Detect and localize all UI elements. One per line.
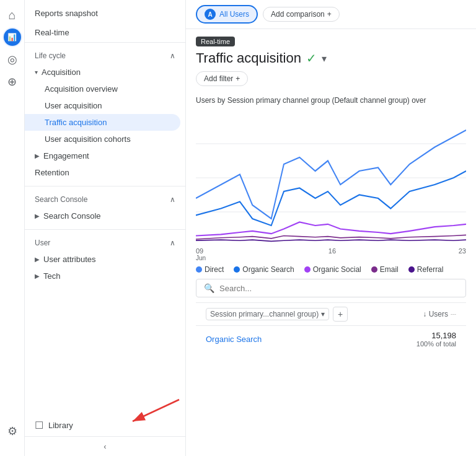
all-users-chip[interactable]: A All Users (196, 5, 258, 24)
add-comparison-button[interactable]: Add comparison + (263, 7, 340, 22)
tech-label: Tech (43, 271, 60, 281)
user-attributes-parent[interactable]: ▶ User attributes (25, 251, 185, 268)
add-column-button[interactable]: + (333, 307, 348, 322)
legend-label-referral: Referral (417, 265, 444, 274)
legend-direct[interactable]: Direct (196, 265, 224, 274)
chart-subtitle: Users by Session primary channel group (… (196, 96, 466, 105)
legend-dot-organic-social (304, 266, 311, 273)
settings-bottom-icon[interactable]: ⚙ (2, 421, 22, 449)
legend-dot-direct (196, 266, 202, 273)
add-filter-label: Add filter (204, 74, 233, 83)
reports-snapshot-item[interactable]: Reports snapshot (25, 0, 185, 23)
analytics-circle: 📊 (4, 28, 21, 46)
lifecycle-chevron: ∧ (170, 51, 175, 60)
page-header: Real-time Traffic acquisition ✓ ▾ Add fi… (186, 29, 476, 91)
real-time-item[interactable]: Real-time (25, 23, 185, 42)
add-comparison-icon: + (327, 10, 332, 19)
library-icon: ☐ (35, 419, 43, 431)
lifecycle-section: Life cycle ∧ ▾ Acquisition Acquisition o… (25, 42, 185, 186)
column-label: Session primary...channel group) (210, 310, 319, 318)
lifecycle-header[interactable]: Life cycle ∧ (25, 48, 185, 64)
user-section: User ∧ ▶ User attributes ▶ Tech (25, 229, 185, 289)
legend-organic-social[interactable]: Organic Social (304, 265, 361, 274)
tech-chevron: ▶ (35, 273, 40, 279)
sort-indicator: --- (451, 311, 456, 317)
top-bar: A All Users Add comparison + (186, 0, 476, 29)
column-dropdown[interactable]: Session primary...channel group) ▾ (206, 308, 329, 320)
users-percent: 100% of total (416, 340, 456, 348)
svg-line-1 (133, 400, 179, 421)
add-filter-icon: + (236, 74, 240, 83)
engagement-label: Engagement (43, 151, 89, 160)
legend-dot-email (371, 266, 377, 273)
acquisition-parent[interactable]: ▾ Acquisition (25, 64, 185, 81)
traffic-acquisition-item[interactable]: Traffic acquisition (25, 114, 180, 131)
table-row: Organic Search 15,198 100% of total (196, 325, 466, 353)
search-console-header[interactable]: Search Console ∧ (25, 191, 185, 208)
legend-label-organic-social: Organic Social (313, 265, 361, 274)
page-title: Traffic acquisition (196, 50, 301, 66)
connect-nav-icon[interactable]: ⊕ (2, 72, 22, 92)
table-header: Session primary...channel group) ▾ + ↓ U… (196, 302, 466, 325)
search-console-item-label: Search Console (43, 211, 101, 221)
page-title-row: Traffic acquisition ✓ ▾ (196, 50, 466, 66)
user-acquisition-item[interactable]: User acquisition (25, 97, 180, 114)
home-icon[interactable]: ⌂ (2, 5, 22, 25)
realtime-badge: Real-time (196, 37, 235, 46)
icon-sidebar: ⌂ 📊 ◎ ⊕ ⚙ (0, 0, 25, 456)
nav-sidebar: Reports snapshot Real-time Life cycle ∧ … (25, 0, 186, 456)
chart-legend: Direct Organic Search Organic Social Ema… (196, 265, 466, 274)
main-content: A All Users Add comparison + Real-time T… (186, 0, 476, 456)
acquisition-overview-item[interactable]: Acquisition overview (25, 81, 180, 97)
settings-icon[interactable]: ⚙ (2, 421, 22, 441)
legend-label-direct: Direct (205, 265, 224, 274)
red-arrow-annotation (68, 393, 186, 431)
table-header-right: ↓ Users --- (423, 310, 456, 318)
users-cell: 15,198 100% of total (416, 331, 456, 348)
legend-label-organic-search: Organic Search (242, 265, 294, 274)
retention-item[interactable]: Retention (25, 164, 180, 181)
add-comparison-label: Add comparison (271, 10, 325, 19)
add-filter-button[interactable]: Add filter + (196, 71, 248, 86)
collapse-button[interactable]: ‹ (25, 437, 185, 456)
search-console-section: Search Console ∧ ▶ Search Console (25, 186, 185, 229)
channel-cell[interactable]: Organic Search (206, 335, 262, 344)
user-section-header[interactable]: User ∧ (25, 235, 185, 251)
users-value: 15,198 (416, 331, 456, 340)
legend-dot-organic-search (234, 266, 240, 273)
users-column-label: ↓ Users (423, 310, 448, 318)
search-console-parent[interactable]: ▶ Search Console (25, 208, 185, 224)
sidebar-bottom: ‹ (25, 436, 185, 456)
column-dropdown-arrow: ▾ (321, 310, 325, 318)
chart-x-labels: 09 Jun 16 23 (196, 246, 466, 263)
legend-referral[interactable]: Referral (408, 265, 444, 274)
legend-label-email: Email (380, 265, 399, 274)
user-attributes-label: User attributes (43, 255, 96, 264)
x-label-1: 09 Jun (196, 247, 206, 261)
chart-area: Users by Session primary channel group (… (186, 91, 476, 456)
lifecycle-label: Life cycle (35, 51, 66, 60)
table-header-left: Session primary...channel group) ▾ + (206, 307, 348, 322)
all-users-chip-icon: A (205, 9, 216, 20)
search-console-chevron: ∧ (170, 195, 175, 204)
search-nav-icon[interactable]: ◎ (2, 50, 22, 69)
title-dropdown-arrow[interactable]: ▾ (322, 53, 327, 64)
acquisition-label: Acquisition (42, 68, 81, 77)
tech-parent[interactable]: ▶ Tech (25, 268, 185, 284)
search-bar[interactable]: 🔍 (196, 279, 466, 297)
x-label-3: 23 (459, 247, 466, 261)
analytics-icon[interactable]: 📊 (2, 27, 22, 47)
user-acquisition-cohorts-item[interactable]: User acquisition cohorts (25, 131, 180, 147)
user-section-label: User (35, 239, 50, 247)
search-input[interactable] (219, 284, 458, 293)
all-users-label: All Users (219, 10, 249, 19)
sc-chevron: ▶ (35, 213, 40, 219)
user-section-chevron: ∧ (170, 239, 175, 247)
engagement-chevron: ▶ (35, 152, 40, 159)
chart-svg (196, 110, 466, 246)
engagement-parent[interactable]: ▶ Engagement (25, 147, 185, 164)
legend-email[interactable]: Email (371, 265, 399, 274)
legend-organic-search[interactable]: Organic Search (234, 265, 294, 274)
search-bar-icon: 🔍 (204, 283, 214, 293)
ua-chevron: ▶ (35, 256, 40, 263)
